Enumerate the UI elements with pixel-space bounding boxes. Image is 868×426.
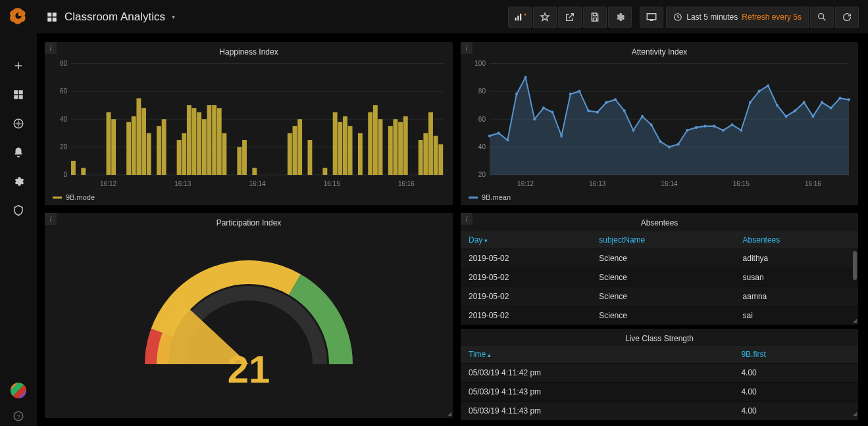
panel-title[interactable]: Absentees bbox=[461, 213, 858, 231]
table-row[interactable]: 05/03/19 4:11:42 pm4.00 bbox=[461, 364, 858, 383]
svg-rect-40 bbox=[177, 140, 182, 175]
svg-rect-37 bbox=[147, 133, 151, 175]
col-absentees[interactable]: Absentees bbox=[735, 231, 858, 249]
table-row[interactable]: 2019-05-02Sciencesusan bbox=[461, 268, 858, 287]
svg-point-102 bbox=[596, 110, 599, 113]
svg-rect-1 bbox=[14, 90, 18, 94]
svg-rect-55 bbox=[297, 119, 302, 175]
panel-title[interactable]: Happiness Index bbox=[45, 42, 453, 60]
attentivity-chart[interactable]: 2040608010016:1216:1316:1416:1516:16 bbox=[467, 60, 852, 188]
svg-text:60: 60 bbox=[60, 87, 67, 95]
svg-point-97 bbox=[551, 110, 554, 113]
svg-rect-61 bbox=[348, 126, 353, 175]
user-avatar[interactable] bbox=[11, 383, 26, 398]
save-button[interactable] bbox=[583, 7, 607, 28]
table-row[interactable]: 05/03/19 4:11:43 pm4.00 bbox=[461, 383, 858, 402]
svg-point-109 bbox=[659, 140, 661, 143]
zoom-out-button[interactable] bbox=[810, 7, 834, 28]
time-range-picker[interactable]: Last 5 minutes Refresh every 5s bbox=[666, 7, 809, 28]
panel-info-icon[interactable]: i bbox=[461, 42, 472, 54]
svg-text:16:14: 16:14 bbox=[249, 179, 265, 187]
table-row[interactable]: 2019-05-02Scienceadithya bbox=[461, 249, 858, 268]
svg-rect-44 bbox=[197, 112, 201, 175]
add-panel-button[interactable]: + bbox=[508, 7, 532, 28]
help-icon[interactable]: ? bbox=[13, 410, 24, 422]
table-scrollbar[interactable] bbox=[853, 251, 857, 280]
add-icon[interactable] bbox=[13, 60, 24, 72]
svg-rect-60 bbox=[343, 116, 347, 175]
alerting-icon[interactable] bbox=[13, 147, 24, 158]
svg-point-112 bbox=[686, 129, 688, 131]
svg-rect-29 bbox=[71, 161, 76, 175]
col-subject[interactable]: subjectName bbox=[591, 231, 734, 249]
share-button[interactable] bbox=[558, 7, 582, 28]
happiness-chart[interactable]: 02040608016:1216:1316:1416:1516:16 bbox=[51, 60, 446, 188]
svg-rect-39 bbox=[162, 119, 166, 175]
resize-handle-icon[interactable]: ◢ bbox=[853, 318, 857, 323]
svg-rect-8 bbox=[47, 12, 51, 16]
svg-rect-42 bbox=[187, 105, 191, 175]
resize-handle-icon[interactable]: ◢ bbox=[447, 411, 451, 417]
panel-info-icon[interactable]: i bbox=[45, 42, 57, 54]
svg-point-125 bbox=[803, 101, 805, 104]
svg-point-103 bbox=[605, 101, 607, 104]
dashboard-picker[interactable]: Classroom Analytics ▾ bbox=[46, 11, 175, 24]
right-column: i Absentees Day subjectName Absentees 20… bbox=[461, 213, 858, 418]
configuration-icon[interactable] bbox=[13, 176, 24, 187]
svg-rect-34 bbox=[132, 116, 136, 175]
svg-point-107 bbox=[641, 115, 644, 118]
svg-rect-45 bbox=[202, 119, 207, 175]
svg-point-127 bbox=[821, 101, 823, 104]
server-admin-icon[interactable] bbox=[13, 204, 24, 216]
table-row[interactable]: 2019-05-02Scienceaamna bbox=[461, 287, 858, 306]
table-row[interactable]: 05/03/19 4:11:43 pm4.00 bbox=[461, 402, 858, 421]
col-9b-first[interactable]: 9B.first bbox=[733, 346, 858, 364]
settings-button[interactable] bbox=[608, 7, 632, 28]
refresh-button[interactable] bbox=[835, 7, 859, 28]
panel-info-icon[interactable]: i bbox=[45, 213, 57, 225]
svg-point-96 bbox=[542, 106, 545, 109]
legend-label: 9B.mean bbox=[482, 193, 511, 201]
svg-text:80: 80 bbox=[478, 87, 486, 95]
resize-handle-icon[interactable]: ◢ bbox=[853, 411, 857, 417]
svg-rect-36 bbox=[141, 108, 146, 175]
svg-point-124 bbox=[794, 109, 796, 112]
svg-text:16:12: 16:12 bbox=[517, 179, 534, 187]
col-time[interactable]: Time bbox=[461, 346, 733, 364]
svg-text:100: 100 bbox=[474, 60, 486, 67]
svg-point-92 bbox=[506, 139, 509, 141]
panel-info-icon[interactable]: i bbox=[461, 213, 472, 225]
svg-point-116 bbox=[722, 129, 725, 131]
panel-attentivity-index: i Attentivity Index 2040608010016:1216:1… bbox=[461, 42, 858, 205]
svg-rect-65 bbox=[378, 119, 383, 175]
star-button[interactable] bbox=[533, 7, 557, 28]
svg-rect-3 bbox=[14, 95, 18, 99]
svg-text:?: ? bbox=[16, 413, 20, 420]
svg-rect-4 bbox=[19, 95, 23, 99]
svg-rect-69 bbox=[403, 116, 408, 175]
svg-text:40: 40 bbox=[60, 114, 67, 123]
svg-point-126 bbox=[811, 115, 814, 118]
explore-icon[interactable] bbox=[13, 118, 24, 130]
svg-text:16:15: 16:15 bbox=[733, 179, 750, 187]
panel-title[interactable]: Live Class Strength bbox=[461, 329, 858, 346]
grafana-logo-icon[interactable] bbox=[9, 7, 28, 27]
panel-title[interactable]: Attentivity Index bbox=[461, 42, 858, 60]
panel-title[interactable]: Participation Index bbox=[45, 213, 453, 231]
svg-rect-35 bbox=[136, 98, 141, 175]
panel-participation-index: i Participation Index bbox=[45, 213, 453, 418]
col-day[interactable]: Day bbox=[461, 231, 591, 249]
cycle-view-button[interactable] bbox=[640, 7, 663, 28]
svg-rect-53 bbox=[288, 133, 292, 175]
svg-point-122 bbox=[776, 104, 779, 106]
legend-swatch bbox=[469, 197, 478, 199]
svg-text:60: 60 bbox=[478, 114, 486, 123]
dashboards-icon[interactable] bbox=[13, 89, 24, 101]
svg-rect-63 bbox=[368, 112, 372, 175]
table-row[interactable]: 2019-05-02Sciencesai bbox=[461, 306, 858, 325]
svg-rect-9 bbox=[53, 12, 57, 16]
svg-rect-73 bbox=[434, 136, 438, 175]
svg-point-104 bbox=[614, 98, 617, 101]
gauge-value: 21 bbox=[228, 347, 270, 391]
svg-point-18 bbox=[819, 13, 824, 18]
